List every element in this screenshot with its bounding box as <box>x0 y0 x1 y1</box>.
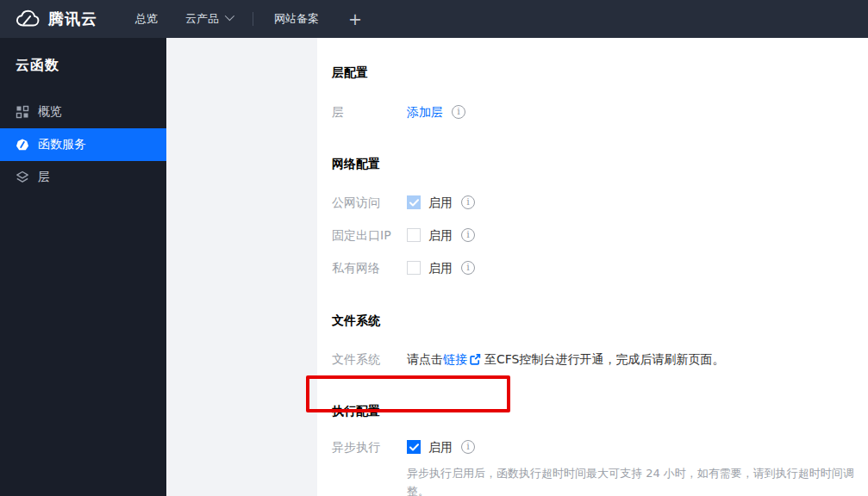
fixed-ip-checkbox[interactable] <box>407 228 421 242</box>
sidebar-item-label: 函数服务 <box>38 137 86 152</box>
top-nav-menu: 总览 云产品 网站备案 + <box>122 0 378 38</box>
sidebar-item-label: 层 <box>38 170 50 185</box>
sidebar-item-function-service[interactable]: 函数服务 <box>0 128 166 161</box>
vpc-row: 私有网络 启用 i <box>332 259 851 276</box>
public-network-label: 公网访问 <box>332 194 407 211</box>
function-icon <box>16 138 29 152</box>
enable-label: 启用 <box>428 259 453 276</box>
check-icon <box>409 199 419 207</box>
enable-label: 启用 <box>428 226 453 244</box>
sidebar-item-label: 概览 <box>38 104 62 120</box>
vpc-label: 私有网络 <box>332 259 407 276</box>
filesystem-text: 请点击链接 至CFS控制台进行开通，完成后请刷新页面。 <box>407 350 724 368</box>
public-network-checkbox <box>407 195 421 209</box>
sidebar-item-layers[interactable]: 层 <box>0 161 166 194</box>
fixed-ip-label: 固定出口IP <box>332 226 407 244</box>
async-helper-text: 异步执行启用后，函数执行超时时间最大可支持 24 小时，如有需要，请到执行超时时… <box>407 464 868 496</box>
external-link-icon[interactable] <box>469 353 481 365</box>
public-network-row: 公网访问 启用 i <box>332 194 851 211</box>
filesystem-row: 文件系统 请点击链接 至CFS控制台进行开通，完成后请刷新页面。 <box>332 350 851 368</box>
async-execution-checkbox[interactable] <box>407 440 421 454</box>
section-title-layer-config: 层配置 <box>332 64 851 81</box>
top-navigation-bar: 腾讯云 总览 云产品 网站备案 + <box>0 0 868 38</box>
add-nav-tab-button[interactable]: + <box>333 9 378 28</box>
nav-item-products[interactable]: 云产品 <box>172 0 246 38</box>
info-icon[interactable]: i <box>452 105 465 119</box>
nav-item-icp[interactable]: 网站备案 <box>260 0 333 38</box>
brand-name: 腾讯云 <box>48 9 97 29</box>
cloud-logo-icon <box>14 9 41 29</box>
async-execution-row: 异步执行 启用 i <box>332 438 851 456</box>
check-icon <box>409 443 419 451</box>
sidebar-menu: 概览 函数服务 层 <box>0 96 166 194</box>
info-icon[interactable]: i <box>461 195 475 209</box>
enable-label: 启用 <box>428 438 453 456</box>
filesystem-label: 文件系统 <box>332 350 407 368</box>
fixed-ip-row: 固定出口IP 启用 i <box>332 226 851 244</box>
chevron-down-icon <box>225 11 234 21</box>
info-icon[interactable]: i <box>461 440 475 454</box>
vpc-checkbox[interactable] <box>407 261 421 275</box>
add-layer-link[interactable]: 添加层 <box>407 103 443 121</box>
grid-icon <box>16 105 29 119</box>
sidebar-title: 云函数 <box>0 38 166 75</box>
layers-icon <box>16 170 29 184</box>
section-title-filesystem: 文件系统 <box>332 312 851 329</box>
tencent-cloud-logo[interactable]: 腾讯云 <box>14 9 97 29</box>
enable-label: 启用 <box>428 194 453 211</box>
layer-label: 层 <box>332 103 407 121</box>
cfs-console-link[interactable]: 链接 <box>443 350 467 368</box>
nav-item-overview[interactable]: 总览 <box>122 0 172 38</box>
section-title-network-config: 网络配置 <box>332 155 851 172</box>
sidebar: 云函数 概览 函数服务 <box>0 38 166 496</box>
info-icon[interactable]: i <box>461 228 475 242</box>
info-icon[interactable]: i <box>461 261 475 275</box>
settings-panel: 层配置 层 添加层 i 网络配置 公网访问 启用 i 固定出口IP 启用 i 私… <box>317 38 868 496</box>
layer-row: 层 添加层 i <box>332 103 851 121</box>
sidebar-item-overview[interactable]: 概览 <box>0 96 166 128</box>
nav-divider <box>253 12 253 26</box>
section-title-execution-config: 执行配置 <box>332 402 851 419</box>
async-execution-label: 异步执行 <box>332 438 407 456</box>
